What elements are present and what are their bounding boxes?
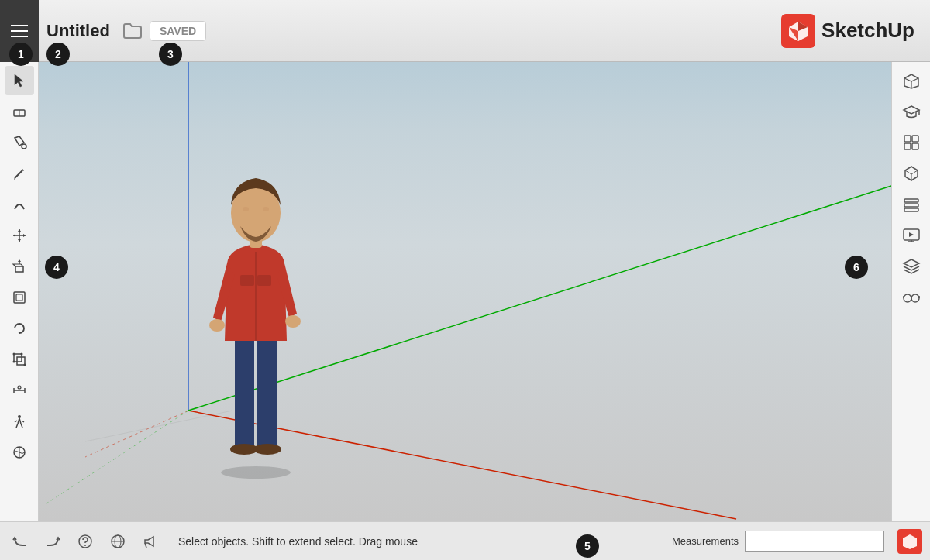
instructor-button[interactable] xyxy=(73,529,98,554)
svg-point-66 xyxy=(904,294,911,302)
svg-marker-15 xyxy=(18,259,21,262)
offset-tool-button[interactable] xyxy=(5,283,34,312)
svg-rect-57 xyxy=(912,143,918,149)
svg-rect-13 xyxy=(16,266,23,272)
redo-icon xyxy=(45,534,60,549)
left-toolbar xyxy=(0,62,39,521)
svg-rect-61 xyxy=(904,208,918,211)
tape-tool-button[interactable] xyxy=(5,376,34,405)
svg-line-36 xyxy=(46,411,188,503)
pencil-icon xyxy=(12,166,27,181)
eraser-tool-button[interactable] xyxy=(5,97,34,126)
measurements-area: Measurements xyxy=(666,531,884,552)
cursor-icon xyxy=(12,73,27,88)
paint-tool-button[interactable] xyxy=(5,128,34,157)
arc-icon xyxy=(12,197,27,212)
document-title: Untitled xyxy=(46,21,110,41)
rotate-tool-button[interactable] xyxy=(5,314,34,343)
svg-point-5 xyxy=(22,144,26,149)
svg-rect-44 xyxy=(240,275,254,286)
geolocation-button[interactable] xyxy=(105,529,130,554)
lookaround-tool-button[interactable] xyxy=(5,438,34,467)
saved-badge: SAVED xyxy=(150,21,206,41)
walk-icon xyxy=(12,414,27,429)
svg-point-21 xyxy=(12,353,15,356)
3d-warehouse-icon xyxy=(902,71,921,90)
megaphone-button[interactable] xyxy=(138,529,163,554)
pushpull-tool-button[interactable] xyxy=(5,252,34,281)
sketchup-icon xyxy=(781,14,815,48)
pencil-tool-button[interactable] xyxy=(5,159,34,188)
measurements-input[interactable] xyxy=(745,531,884,552)
svg-rect-19 xyxy=(14,354,22,362)
svg-line-34 xyxy=(85,411,188,457)
components-button[interactable] xyxy=(897,128,926,157)
svg-marker-75 xyxy=(903,534,917,549)
status-bar-text: Select objects. Shift to extend select. … xyxy=(170,535,658,548)
arc-tool-button[interactable] xyxy=(5,190,34,219)
svg-marker-11 xyxy=(13,234,16,237)
solid-inspector-button[interactable] xyxy=(897,283,926,312)
graduation-cap-icon xyxy=(902,102,921,121)
paint-bucket-icon xyxy=(12,135,27,150)
menu-button[interactable] xyxy=(0,0,39,62)
megaphone-icon xyxy=(143,534,158,549)
svg-point-23 xyxy=(12,361,15,363)
glasses-icon xyxy=(902,288,921,307)
undo-button[interactable] xyxy=(8,529,33,554)
save-button[interactable]: SAVED xyxy=(122,20,206,42)
measurements-label: Measurements xyxy=(666,535,745,547)
pushpull-icon xyxy=(12,259,27,274)
globe-icon xyxy=(110,534,126,549)
rotate-icon xyxy=(12,321,27,336)
svg-point-46 xyxy=(209,319,225,332)
svg-rect-54 xyxy=(904,136,911,142)
svg-rect-39 xyxy=(235,333,254,449)
materials-icon xyxy=(902,164,921,183)
svg-rect-17 xyxy=(16,294,22,301)
offset-icon xyxy=(12,290,27,305)
svg-point-42 xyxy=(253,444,281,455)
svg-point-29 xyxy=(18,415,21,418)
layers-button[interactable] xyxy=(897,252,926,281)
walk-tool-button[interactable] xyxy=(5,407,34,436)
svg-line-6 xyxy=(15,170,22,178)
sketchup-bottom-brand-icon xyxy=(901,533,918,550)
eraser-icon xyxy=(12,104,27,119)
materials-button[interactable] xyxy=(897,159,926,188)
scale-tool-button[interactable] xyxy=(5,345,34,374)
svg-point-50 xyxy=(243,207,249,211)
bottom-bar: Select objects. Shift to extend select. … xyxy=(0,521,930,560)
scenes-button[interactable] xyxy=(897,221,926,250)
svg-rect-16 xyxy=(14,292,25,303)
components-icon xyxy=(902,133,921,152)
move-tool-button[interactable] xyxy=(5,221,34,250)
folder-icon xyxy=(122,20,143,42)
viewport[interactable] xyxy=(39,62,930,521)
styles-button[interactable] xyxy=(897,190,926,219)
svg-point-28 xyxy=(18,386,21,389)
lookaround-icon xyxy=(12,445,27,460)
svg-point-51 xyxy=(263,207,269,211)
3d-warehouse-button[interactable] xyxy=(897,66,926,95)
question-mark-icon xyxy=(78,534,93,549)
svg-marker-12 xyxy=(23,234,26,237)
person-figure xyxy=(205,139,306,480)
hamburger-icon xyxy=(11,25,28,37)
svg-rect-60 xyxy=(904,204,918,207)
select-tool-button[interactable] xyxy=(5,66,34,95)
extension-warehouse-button[interactable] xyxy=(897,97,926,126)
move-icon xyxy=(12,228,27,243)
scenes-icon xyxy=(902,226,921,245)
sketchup-brand-icon xyxy=(787,19,810,43)
sketchup-bottom-logo xyxy=(897,529,922,554)
right-panel xyxy=(891,62,930,521)
redo-button[interactable] xyxy=(40,529,65,554)
svg-marker-63 xyxy=(909,232,914,237)
sketchup-logo-text: SketchUp xyxy=(822,19,914,43)
svg-marker-10 xyxy=(18,239,21,242)
styles-icon xyxy=(902,195,921,214)
svg-rect-59 xyxy=(904,199,918,202)
header: Untitled SAVED SketchUp xyxy=(0,0,930,62)
svg-point-24 xyxy=(23,364,26,366)
